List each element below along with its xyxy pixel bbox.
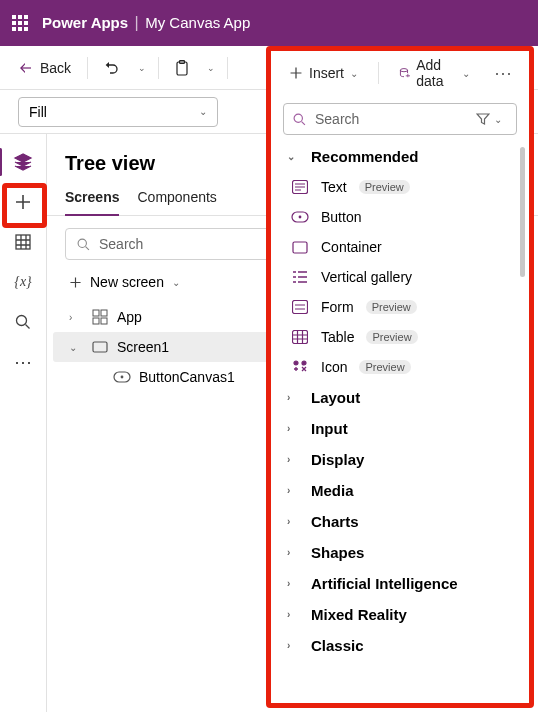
chevron-right-icon: › (287, 547, 301, 558)
category-input[interactable]: ›Input (283, 413, 517, 444)
insert-item-text[interactable]: Text Preview (283, 172, 517, 202)
category-mixed-reality[interactable]: ›Mixed Reality (283, 599, 517, 630)
chevron-right-icon: › (287, 609, 301, 620)
chevron-down-icon: ⌄ (199, 106, 207, 117)
category-display[interactable]: ›Display (283, 444, 517, 475)
undo-icon (104, 60, 120, 76)
preview-badge: Preview (359, 360, 410, 374)
chevron-down-icon: ⌄ (69, 342, 83, 353)
add-data-button[interactable]: Add data ⌄ (389, 51, 480, 95)
rail-more[interactable]: ⋯ (5, 344, 41, 380)
property-select[interactable]: Fill ⌄ (18, 97, 218, 127)
preview-badge: Preview (366, 300, 417, 314)
app-header: Power Apps | My Canvas App (0, 0, 538, 46)
svg-point-12 (121, 376, 124, 379)
chevron-down-icon: ⌄ (172, 277, 180, 288)
rail-variables[interactable]: {x} (5, 264, 41, 300)
arrow-left-icon (18, 60, 34, 76)
chevron-right-icon: › (287, 423, 301, 434)
search-icon (14, 313, 32, 331)
insert-item-button[interactable]: Button (283, 202, 517, 232)
chevron-down-icon: ⌄ (287, 151, 301, 162)
svg-rect-6 (93, 310, 99, 316)
undo-button[interactable] (94, 54, 130, 82)
paste-button[interactable] (165, 54, 199, 82)
svg-point-4 (17, 316, 27, 326)
icon-icon (291, 358, 309, 376)
insert-button[interactable]: Insert ⌄ (279, 59, 368, 87)
insert-item-form[interactable]: Form Preview (283, 292, 517, 322)
plus-icon (69, 276, 82, 289)
svg-point-14 (294, 114, 302, 122)
chevron-right-icon: › (287, 640, 301, 651)
scrollbar[interactable] (520, 147, 525, 277)
text-icon (291, 178, 309, 196)
clipboard-icon (175, 60, 189, 76)
preview-badge: Preview (366, 330, 417, 344)
left-rail: {x} ⋯ (0, 134, 47, 712)
search-icon (292, 112, 307, 127)
filter-button[interactable]: ⌄ (470, 112, 508, 126)
insert-panel: Insert ⌄ Add data ⌄ ⋯ Search ⌄ ⌄ Recomme… (266, 46, 534, 708)
svg-point-5 (78, 239, 86, 247)
preview-badge: Preview (359, 180, 410, 194)
category-shapes[interactable]: ›Shapes (283, 537, 517, 568)
search-icon (76, 237, 91, 252)
chevron-right-icon: › (69, 312, 83, 323)
rail-tree-view[interactable] (5, 144, 41, 180)
tab-screens[interactable]: Screens (65, 189, 119, 215)
chevron-down-icon: ⌄ (462, 68, 470, 79)
svg-rect-19 (293, 301, 308, 314)
category-layout[interactable]: ›Layout (283, 382, 517, 413)
insert-search[interactable]: Search ⌄ (283, 103, 517, 135)
chevron-down-icon: ⌄ (494, 114, 502, 125)
tab-components[interactable]: Components (137, 189, 216, 215)
product-title: Power Apps | My Canvas App (42, 14, 250, 32)
app-icon (91, 309, 109, 325)
svg-rect-0 (21, 67, 31, 68)
filter-icon (476, 112, 490, 126)
chevron-right-icon: › (287, 454, 301, 465)
gallery-icon (291, 268, 309, 286)
svg-rect-8 (93, 318, 99, 324)
svg-point-17 (299, 216, 302, 219)
paste-dropdown[interactable]: ⌄ (201, 59, 221, 77)
chevron-down-icon: ⌄ (350, 68, 358, 79)
undo-dropdown[interactable]: ⌄ (132, 59, 152, 77)
button-icon (113, 371, 131, 383)
chevron-right-icon: › (287, 578, 301, 589)
plus-icon (14, 193, 32, 211)
svg-point-13 (400, 69, 407, 72)
category-media[interactable]: ›Media (283, 475, 517, 506)
svg-rect-18 (293, 242, 307, 253)
chevron-right-icon: › (287, 392, 301, 403)
screen-icon (91, 341, 109, 353)
rail-data[interactable] (5, 224, 41, 260)
insert-item-table[interactable]: Table Preview (283, 322, 517, 352)
container-icon (291, 238, 309, 256)
svg-rect-7 (101, 310, 107, 316)
button-icon (291, 208, 309, 226)
table-icon (291, 328, 309, 346)
more-button[interactable]: ⋯ (486, 62, 521, 84)
category-recommended[interactable]: ⌄ Recommended (283, 141, 517, 172)
form-icon (291, 298, 309, 316)
insert-item-icon[interactable]: Icon Preview (283, 352, 517, 382)
category-ai[interactable]: ›Artificial Intelligence (283, 568, 517, 599)
category-classic[interactable]: ›Classic (283, 630, 517, 661)
insert-item-vertical-gallery[interactable]: Vertical gallery (283, 262, 517, 292)
layers-icon (13, 152, 33, 172)
chevron-right-icon: › (287, 516, 301, 527)
rail-search[interactable] (5, 304, 41, 340)
insert-item-container[interactable]: Container (283, 232, 517, 262)
back-button[interactable]: Back (8, 54, 81, 82)
chevron-right-icon: › (287, 485, 301, 496)
waffle-icon[interactable] (12, 15, 28, 31)
svg-rect-9 (101, 318, 107, 324)
category-charts[interactable]: ›Charts (283, 506, 517, 537)
svg-rect-20 (293, 331, 308, 344)
grid-icon (14, 233, 32, 251)
plus-icon (289, 66, 303, 80)
rail-insert[interactable] (5, 184, 41, 220)
svg-rect-3 (16, 235, 30, 249)
